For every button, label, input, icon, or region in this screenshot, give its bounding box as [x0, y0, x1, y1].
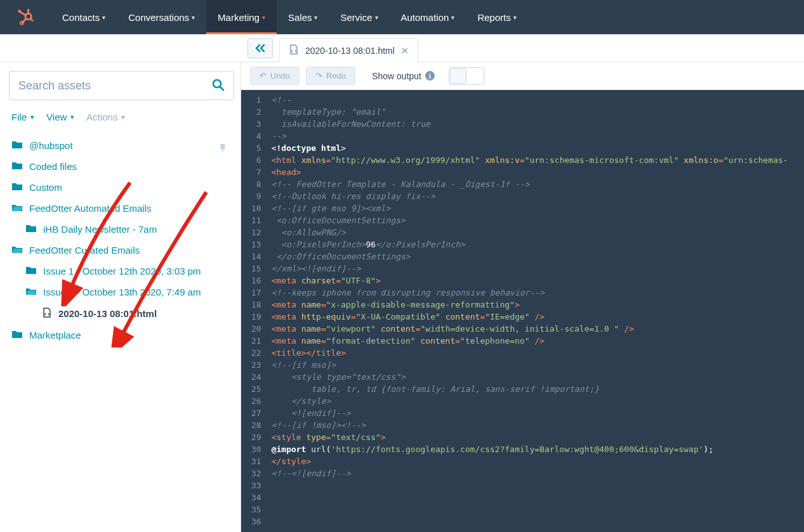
- tree-folder[interactable]: FeedOtter Curated Emails: [9, 240, 234, 261]
- folder-icon: [25, 224, 37, 235]
- nav-marketing[interactable]: Marketing▾: [206, 0, 277, 34]
- folder-icon: [11, 330, 23, 341]
- line-number-gutter: 1234567891011121314151617181920212223242…: [241, 90, 268, 532]
- caret-down-icon: ▼: [120, 114, 126, 120]
- tree-folder[interactable]: Marketplace: [9, 325, 234, 346]
- folder-icon: [11, 161, 23, 172]
- code-editor[interactable]: 1234567891011121314151617181920212223242…: [241, 90, 804, 532]
- svg-point-5: [27, 9, 30, 11]
- tab-bar: 2020-10-13 08:01.html ✕: [0, 34, 804, 62]
- folder-open-icon: [11, 203, 23, 214]
- chevron-down-icon: ▾: [451, 14, 454, 21]
- toggle-knob: [450, 68, 466, 84]
- top-nav: Contacts▾ Conversations▾ Marketing▾ Sale…: [0, 0, 804, 34]
- folder-icon: [11, 182, 23, 193]
- double-chevron-left-icon: [254, 44, 266, 53]
- file-tree: @hubspotCoded filesCustomFeedOtter Autom…: [9, 131, 234, 346]
- sidebar-menubar: File▼ View▼ Actions▼: [9, 109, 234, 131]
- search-wrapper: [9, 71, 234, 100]
- show-output-label: Show outputi: [372, 71, 435, 81]
- nav-contacts[interactable]: Contacts▾: [51, 0, 117, 34]
- collapse-sidebar-button[interactable]: [247, 38, 273, 58]
- tree-folder[interactable]: FeedOtter Automated Emails: [9, 198, 234, 219]
- actions-menu[interactable]: Actions▼: [86, 112, 126, 122]
- tab-filename: 2020-10-13 08:01.html: [305, 46, 395, 56]
- tree-file[interactable]: 2020-10-13 08:01.html: [9, 302, 234, 325]
- nav-sales[interactable]: Sales▾: [277, 0, 329, 34]
- chevron-down-icon: ▾: [314, 14, 317, 21]
- nav-reports[interactable]: Reports▾: [466, 0, 528, 34]
- svg-line-3: [20, 12, 26, 16]
- tree-item-label: Custom: [29, 182, 62, 193]
- redo-button[interactable]: ↷Redo: [306, 67, 355, 85]
- chevron-down-icon: ▾: [513, 14, 517, 21]
- tree-item-label: @hubspot: [29, 140, 73, 151]
- caret-down-icon: ▼: [69, 114, 75, 120]
- nav-service[interactable]: Service▾: [329, 0, 389, 34]
- chevron-down-icon: ▾: [375, 14, 378, 21]
- tree-item-label: iHB Daily Newsletter - 7am: [43, 224, 157, 235]
- tree-item-label: Issue 1 - October 12th 2020, 3:03 pm: [43, 266, 201, 276]
- undo-icon: ↶: [260, 71, 267, 81]
- tree-item-label: Marketplace: [29, 330, 81, 341]
- folder-open-icon: [11, 245, 23, 256]
- search-input[interactable]: [18, 79, 212, 93]
- hubspot-sprocket-icon: [16, 8, 34, 26]
- show-output-toggle[interactable]: [449, 67, 484, 85]
- sidebar: File▼ View▼ Actions▼ @hubspotCoded files…: [0, 62, 241, 532]
- logo[interactable]: [0, 8, 51, 26]
- tree-item-label: Issue 1 - October 13th 2020, 7:49 am: [43, 287, 201, 297]
- svg-line-9: [220, 87, 223, 90]
- nav-items: Contacts▾ Conversations▾ Marketing▾ Sale…: [51, 0, 528, 34]
- tree-item-label: Coded files: [29, 161, 77, 172]
- svg-line-2: [30, 19, 32, 21]
- tree-item-label: 2020-10-13 08:01.html: [58, 308, 157, 319]
- editor: ↶Undo ↷Redo Show outputi 123456789101112…: [241, 62, 804, 532]
- tree-item-label: FeedOtter Automated Emails: [29, 203, 152, 214]
- pin-icon[interactable]: [219, 143, 229, 156]
- tree-folder[interactable]: Coded files: [9, 156, 234, 177]
- file-code-icon: [289, 44, 299, 56]
- redo-icon: ↷: [315, 71, 322, 81]
- folder-icon: [11, 140, 23, 151]
- tree-folder[interactable]: iHB Daily Newsletter - 7am: [9, 219, 234, 240]
- file-code-icon: [42, 308, 52, 320]
- file-tab[interactable]: 2020-10-13 08:01.html ✕: [279, 38, 418, 62]
- nav-automation[interactable]: Automation▾: [390, 0, 466, 34]
- chevron-down-icon: ▾: [102, 14, 105, 21]
- tree-folder[interactable]: Custom: [9, 177, 234, 198]
- info-icon[interactable]: i: [425, 71, 435, 81]
- tree-item-label: FeedOtter Curated Emails: [29, 245, 140, 256]
- editor-toolbar: ↶Undo ↷Redo Show outputi: [241, 62, 804, 90]
- undo-button[interactable]: ↶Undo: [250, 67, 300, 85]
- close-tab-button[interactable]: ✕: [401, 46, 409, 56]
- tree-folder[interactable]: Issue 1 - October 12th 2020, 3:03 pm: [9, 261, 234, 282]
- svg-point-4: [18, 10, 21, 13]
- view-menu[interactable]: View▼: [46, 112, 75, 122]
- code-lines: <!-- templateType: "email" isAvailableFo…: [268, 90, 788, 532]
- folder-open-icon: [25, 287, 37, 297]
- file-menu[interactable]: File▼: [11, 112, 35, 122]
- tree-folder[interactable]: Issue 1 - October 13th 2020, 7:49 am: [9, 282, 234, 302]
- tree-folder[interactable]: @hubspot: [9, 135, 234, 156]
- caret-down-icon: ▼: [29, 114, 35, 120]
- search-icon[interactable]: [212, 79, 225, 93]
- nav-conversations[interactable]: Conversations▾: [117, 0, 206, 34]
- folder-icon: [25, 266, 37, 276]
- chevron-down-icon: ▾: [262, 14, 265, 21]
- chevron-down-icon: ▾: [192, 14, 195, 21]
